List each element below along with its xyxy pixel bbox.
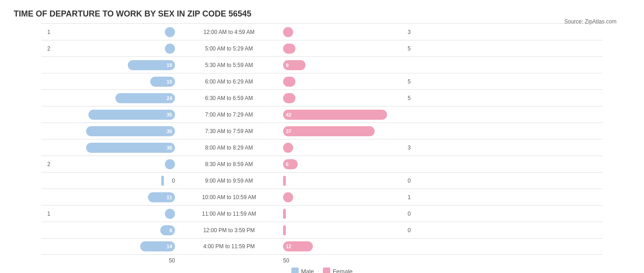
table-row: 0 9:00 AM to 9:59 AM 0 bbox=[41, 172, 603, 189]
time-label: 9:00 AM to 9:59 AM bbox=[179, 178, 279, 184]
female-bar-container bbox=[283, 143, 406, 153]
male-value: 2 bbox=[41, 45, 50, 52]
time-label: 6:00 AM to 6:29 AM bbox=[179, 78, 279, 85]
male-bar-label: 11 bbox=[167, 195, 172, 200]
male-bar-container: 24 bbox=[41, 93, 175, 103]
legend-female: Female bbox=[323, 267, 352, 273]
male-bar-label: 6 bbox=[169, 228, 172, 233]
female-value: 5 bbox=[408, 45, 417, 52]
legend-male-label: Male bbox=[301, 268, 314, 273]
female-value: 1 bbox=[408, 194, 417, 201]
male-bar: 6 bbox=[160, 225, 175, 235]
left-section: 11 bbox=[41, 192, 179, 202]
male-bar bbox=[161, 176, 164, 186]
male-bar bbox=[165, 209, 175, 219]
male-value: 1 bbox=[41, 211, 50, 217]
female-bar: 9 bbox=[283, 60, 306, 70]
male-bar: 35 bbox=[88, 110, 175, 120]
male-bar-container: 36 bbox=[41, 126, 175, 136]
left-section: 2 bbox=[41, 159, 179, 169]
left-section: 2 bbox=[41, 44, 179, 54]
female-value-zero: 0 bbox=[408, 178, 417, 184]
right-section: 5 bbox=[279, 44, 417, 54]
chart-area: 1 12:00 AM to 4:59 AM 3 2 bbox=[14, 23, 630, 273]
table-row: 35 7:00 AM to 7:29 AM 42 bbox=[41, 106, 603, 123]
table-row: 6 12:00 PM to 3:59 PM 0 bbox=[41, 222, 603, 238]
female-value: 3 bbox=[408, 145, 417, 151]
left-section: 1 bbox=[41, 27, 179, 37]
male-bar-label: 19 bbox=[167, 62, 172, 68]
axis-row: 50 50 bbox=[41, 255, 603, 264]
male-bar-container bbox=[52, 209, 175, 219]
time-label: 7:30 AM to 7:59 AM bbox=[179, 128, 279, 134]
female-bar bbox=[283, 225, 286, 235]
table-row: 11 10:00 AM to 10:59 AM 1 bbox=[41, 189, 603, 205]
female-bar-label: 42 bbox=[286, 112, 291, 117]
table-row: 10 6:00 AM to 6:29 AM 5 bbox=[41, 73, 603, 89]
female-bar-container: 6 bbox=[283, 159, 417, 169]
male-bar-container bbox=[41, 176, 164, 186]
axis-right-label: 50 bbox=[283, 257, 289, 264]
table-row: 24 6:30 AM to 6:59 AM 5 bbox=[41, 89, 603, 106]
male-bar-container: 36 bbox=[41, 143, 175, 153]
female-bar bbox=[283, 27, 293, 37]
table-row: 36 7:30 AM to 7:59 AM 37 bbox=[41, 123, 603, 139]
female-bar bbox=[283, 44, 295, 54]
female-bar-container bbox=[283, 209, 406, 219]
legend-male-box bbox=[291, 267, 299, 273]
table-row: 2 5:00 AM to 5:29 AM 5 bbox=[41, 40, 603, 56]
female-bar-container bbox=[283, 192, 406, 202]
male-value-zero: 0 bbox=[166, 178, 175, 184]
table-row: 1 11:00 AM to 11:59 AM 0 bbox=[41, 205, 603, 222]
male-value: 1 bbox=[41, 29, 50, 35]
left-section: 0 bbox=[41, 176, 179, 186]
female-value-zero: 0 bbox=[408, 227, 417, 234]
time-label: 11:00 AM to 11:59 AM bbox=[179, 211, 279, 217]
table-row: 1 12:00 AM to 4:59 AM 3 bbox=[41, 23, 603, 40]
male-bar: 10 bbox=[150, 77, 175, 87]
time-label: 4:00 PM to 11:59 PM bbox=[179, 243, 279, 250]
male-bar-container bbox=[52, 159, 175, 169]
female-bar-container: 12 bbox=[283, 241, 417, 251]
right-section: 3 bbox=[279, 27, 417, 37]
female-bar bbox=[283, 77, 295, 87]
right-section: 37 bbox=[279, 126, 417, 136]
right-section: 1 bbox=[279, 192, 417, 202]
female-bar: 6 bbox=[283, 159, 298, 169]
right-section: 0 bbox=[279, 225, 417, 235]
male-bar bbox=[165, 27, 175, 37]
left-section: 10 bbox=[41, 77, 179, 87]
left-section: 1 bbox=[41, 209, 179, 219]
left-section: 6 bbox=[41, 225, 179, 235]
right-section: 42 bbox=[279, 110, 417, 120]
right-section: 9 bbox=[279, 60, 417, 70]
female-value: 5 bbox=[408, 95, 417, 101]
left-section: 36 bbox=[41, 126, 179, 136]
male-bar bbox=[165, 159, 175, 169]
legend-female-label: Female bbox=[333, 268, 352, 273]
female-bar-label: 6 bbox=[286, 162, 289, 167]
male-bar: 11 bbox=[148, 192, 175, 202]
right-section: 5 bbox=[279, 77, 417, 87]
female-bar-container: 37 bbox=[283, 126, 417, 136]
female-bar: 42 bbox=[283, 110, 387, 120]
time-label: 8:00 AM to 8:29 AM bbox=[179, 145, 279, 151]
female-value: 3 bbox=[408, 29, 417, 35]
right-section: 5 bbox=[279, 93, 417, 103]
female-bar-container: 42 bbox=[283, 110, 417, 120]
legend-male: Male bbox=[291, 267, 314, 273]
male-value: 2 bbox=[41, 161, 50, 167]
female-value-zero: 0 bbox=[408, 211, 417, 217]
table-row: 2 8:30 AM to 8:59 AM 6 bbox=[41, 156, 603, 172]
male-bar: 36 bbox=[86, 126, 175, 136]
male-bar-container: 6 bbox=[41, 225, 175, 235]
male-bar-label: 35 bbox=[167, 112, 172, 117]
table-row: 19 5:30 AM to 5:59 AM 9 bbox=[41, 56, 603, 73]
left-section: 36 bbox=[41, 143, 179, 153]
female-bar: 37 bbox=[283, 126, 375, 136]
male-bar-container: 11 bbox=[41, 192, 175, 202]
male-bar-label: 24 bbox=[167, 95, 172, 101]
female-bar-container bbox=[283, 27, 406, 37]
male-bar-container bbox=[52, 27, 175, 37]
time-label: 12:00 AM to 4:59 AM bbox=[179, 29, 279, 35]
